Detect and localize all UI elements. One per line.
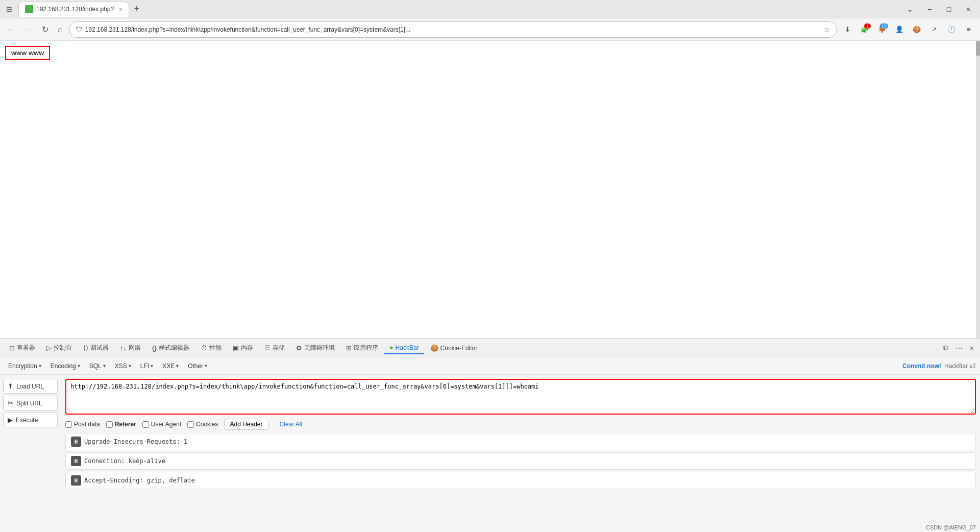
hackbar-body: Encryption ▾ Encoding ▾ SQL ▾ XSS ▾ LFI [0, 357, 980, 522]
refresh-button[interactable]: ↻ [39, 22, 52, 36]
referer-label: Referer [115, 421, 136, 428]
page-scrollbar[interactable] [976, 41, 980, 338]
add-header-button[interactable]: Add Header [224, 419, 268, 430]
headers-section: Post data Referer User Agent [65, 419, 976, 489]
title-bar: ⊟ 192.168.231.128/index.php? × + ⌄ − □ × [0, 0, 980, 18]
post-data-input[interactable] [65, 421, 72, 428]
menu-xxe[interactable]: XXE ▾ [158, 360, 183, 372]
storage-icon: ☰ [264, 344, 271, 352]
user-agent-checkbox[interactable]: User Agent [142, 421, 181, 428]
split-url-icon: ✂ [8, 399, 13, 407]
execute-button[interactable]: ▶ Execute [3, 413, 58, 427]
menu-encoding[interactable]: Encoding ▾ [46, 360, 84, 372]
menu-sql[interactable]: SQL ▾ [85, 360, 110, 372]
devtools-tab-accessibility[interactable]: ⚙ 无障碍环境 [291, 342, 340, 354]
profile-icon[interactable]: 👤 [892, 22, 906, 37]
maximize-button[interactable]: □ [941, 2, 957, 17]
devtools-tab-apps[interactable]: ⊞ 应用程序 [341, 342, 383, 354]
devtools-tab-storage[interactable]: ☰ 存储 [259, 342, 290, 354]
downloads-icon[interactable]: ⬇ [840, 22, 854, 37]
tab-bar: 192.168.231.128/index.php? × + [18, 2, 898, 17]
xss-label: XSS [115, 362, 127, 370]
user-agent-input[interactable] [142, 421, 149, 428]
tab-favicon [25, 5, 33, 13]
nav-bar: ← → ↻ ⌂ 🛡 192.168.231.128/index.php?s=in… [0, 18, 980, 41]
hackbar-actions: ⬆ Load URL ✂ Split URL ▶ Execute [0, 375, 61, 522]
header-rows: H Upgrade-Insecure-Requests: 1 H Connect… [65, 433, 976, 489]
url-input[interactable] [65, 379, 976, 415]
status-bar: CSDN @AIENG_07 [0, 522, 980, 532]
account-icon[interactable]: 🦊 10 [875, 22, 889, 37]
header-row-1: H Upgrade-Insecure-Requests: 1 [65, 433, 976, 450]
devtools-more-button[interactable]: ⋯ [953, 343, 965, 353]
split-url-button[interactable]: ✂ Split URL [3, 396, 58, 410]
hackbar-dot-icon: ● [389, 344, 394, 351]
address-bar[interactable]: 🛡 192.168.231.128/index.php?s=index/thin… [69, 21, 837, 38]
header-value-1: Upgrade-Insecure-Requests: 1 [84, 438, 187, 445]
clear-all-button[interactable]: Clear All [275, 419, 308, 429]
minimize-button[interactable]: − [922, 2, 937, 17]
cookies-input[interactable] [187, 421, 194, 428]
style-label: 样式编辑器 [159, 344, 189, 352]
account-badge: 10 [880, 23, 888, 29]
devtools-tab-style[interactable]: {} 样式编辑器 [147, 342, 194, 354]
referer-input[interactable] [106, 421, 113, 428]
clock-icon[interactable]: 🕐 [944, 22, 959, 37]
devtools-tab-cookie[interactable]: 🍪 Cookie-Editor [425, 342, 483, 354]
load-url-button[interactable]: ⬆ Load URL [3, 379, 58, 394]
accessibility-icon: ⚙ [296, 344, 302, 352]
execute-icon: ▶ [8, 416, 13, 424]
more-tools-icon[interactable]: ↗ [927, 22, 941, 37]
referer-checkbox[interactable]: Referer [106, 421, 136, 428]
history-icon[interactable]: ⊟ [4, 4, 14, 14]
devtools-tab-console[interactable]: ▷ 控制台 [41, 342, 77, 354]
cookies-label: Cookies [196, 421, 218, 428]
cookies-checkbox[interactable]: Cookies [187, 421, 218, 428]
menu-encryption[interactable]: Encryption ▾ [4, 360, 45, 372]
devtools-tab-debugger[interactable]: ⟨⟩ 调试器 [78, 342, 114, 354]
scrollbar-thumb[interactable] [976, 41, 980, 56]
post-data-label: Post data [74, 421, 100, 428]
inspector-label: 查看器 [17, 344, 35, 352]
home-button[interactable]: ⌂ [55, 23, 66, 36]
other-chevron-icon: ▾ [205, 363, 207, 369]
security-shield-icon: 🛡 [76, 26, 82, 33]
devtools-tab-memory[interactable]: ▣ 内存 [228, 342, 258, 354]
menu-xss[interactable]: XSS ▾ [111, 360, 135, 372]
encoding-chevron-icon: ▾ [78, 363, 80, 369]
header-value-2: Connection: keep-alive [84, 457, 165, 465]
bookmark-star-icon[interactable]: ☆ [824, 26, 830, 34]
sql-chevron-icon: ▾ [103, 363, 106, 369]
post-data-checkbox[interactable]: Post data [65, 421, 100, 428]
page-content: www www [0, 41, 980, 338]
active-tab[interactable]: 192.168.231.128/index.php? × [18, 2, 129, 17]
devtools-tab-inspector[interactable]: ⊡ 查看器 [4, 342, 40, 354]
hackbar-version: HackBar v2 [944, 362, 976, 370]
devtools-close-button[interactable]: × [968, 343, 976, 353]
new-tab-button[interactable]: + [131, 4, 143, 14]
devtools-tab-performance[interactable]: ⏱ 性能 [195, 342, 227, 354]
load-url-icon: ⬆ [8, 382, 13, 390]
xss-chevron-icon: ▾ [129, 363, 131, 369]
forward-button[interactable]: → [21, 23, 36, 36]
devtools-tab-network[interactable]: ↑↓ 网络 [115, 342, 146, 354]
extensions-icon[interactable]: 🧩 1 [857, 22, 872, 37]
network-icon: ↑↓ [120, 344, 127, 352]
tab-close-button[interactable]: × [119, 6, 122, 12]
settings-overflow-icon[interactable]: ≡ [962, 22, 976, 37]
hackbar-content: Post data Referer User Agent [61, 375, 980, 522]
memory-icon: ▣ [233, 344, 239, 352]
window-controls: ⌄ − □ × [902, 2, 976, 17]
menu-other[interactable]: Other ▾ [184, 360, 211, 372]
tab-overflow-button[interactable]: ⌄ [902, 2, 918, 17]
devtools-undock-button[interactable]: ⧉ [941, 343, 950, 353]
header-h-badge-2: H [71, 456, 81, 466]
back-button[interactable]: ← [4, 23, 18, 36]
devtools-tab-bar: ⊡ 查看器 ▷ 控制台 ⟨⟩ 调试器 ↑↓ 网络 {} 样式编辑器 ⏱ 性能 [0, 339, 980, 357]
load-url-label: Load URL [16, 383, 44, 390]
close-button[interactable]: × [961, 2, 976, 17]
lfi-label: LFI [140, 362, 149, 370]
menu-lfi[interactable]: LFI ▾ [136, 360, 157, 372]
devtools-tab-hackbar[interactable]: ● HackBar [384, 342, 424, 354]
cookie-toolbar-icon[interactable]: 🍪 [910, 22, 924, 37]
